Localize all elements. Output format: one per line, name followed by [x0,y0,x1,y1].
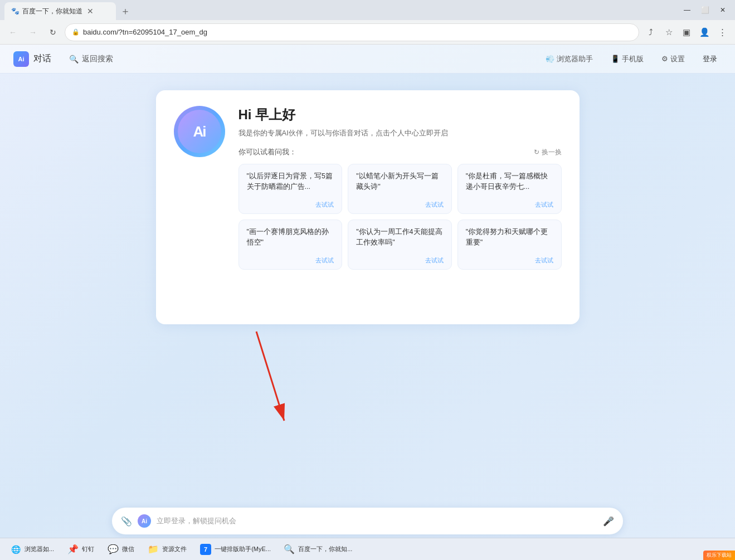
input-placeholder[interactable]: 立即登录，解锁提问机会 [157,516,597,526]
mobile-icon: 📱 [611,55,620,63]
prompt-btn-1[interactable]: 去试试 [356,201,444,209]
lock-icon: 🔒 [72,28,80,36]
prompt-btn-5[interactable]: 去试试 [466,256,553,265]
settings-label: 设置 [670,54,685,64]
bottom-area: 📎 Ai 立即登录，解锁提问机会 🎤 [0,504,735,538]
prompt-grid: "以后羿逐日为背景，写5篇关于防晒霜的广告... 去试试 "以蜡笔小新为开头写一… [238,164,562,270]
taskbar-icon-4: 7 [200,544,211,555]
corner-badge: 权乐下载站 [703,551,735,560]
input-ai-icon[interactable]: Ai [138,514,151,528]
prompt-btn-3[interactable]: 去试试 [247,256,334,265]
page-content: Ai 对话 🔍 返回搜索 💨 浏览器助手 📱 手机版 ⚙ 设置 登录 [0,45,735,538]
tab-close-button[interactable]: ✕ [87,7,94,16]
ai-logo-icon: Ai [13,51,29,67]
mobile-button[interactable]: 📱 手机版 [606,52,648,66]
refresh-button[interactable]: ↻ 换一换 [534,148,562,157]
prompt-text-2: "你是杜甫，写一篇感概快递小哥日夜辛劳七... [466,171,553,197]
ai-prompt-label-row: 你可以试着问我： ↻ 换一换 [238,147,562,157]
prompt-card-5[interactable]: "你觉得努力和天赋哪个更重要" 去试试 [457,220,562,270]
taskbar-icon-2: 💬 [108,544,119,555]
browser-titlebar: 🐾 百度一下，你就知道 ✕ ＋ — ⬜ ✕ [0,0,735,20]
taskbar-item-0[interactable]: 🌐 浏览器如... [4,540,60,558]
browser-toolbar: ← → ↻ 🔒 baidu.com/?tn=62095104_17_oem_dg… [0,20,735,45]
prompt-btn-4[interactable]: 去试试 [356,256,444,265]
site-nav: Ai 对话 🔍 返回搜索 💨 浏览器助手 📱 手机版 ⚙ 设置 登录 [0,45,735,74]
prompt-text-0: "以后羿逐日为背景，写5篇关于防晒霜的广告... [247,171,334,197]
taskbar-item-2[interactable]: 💬 微信 [102,540,140,558]
taskbar-item-1[interactable]: 📌 钉钉 [62,540,100,558]
ai-avatar-inner: Ai [178,110,221,153]
reload-button[interactable]: ↻ [45,24,61,41]
prompt-card-3[interactable]: "画一个赛博朋克风格的孙悟空" 去试试 [238,220,343,270]
ai-avatar-text: Ai [193,123,206,140]
prompt-card-1[interactable]: "以蜡笔小新为开头写一篇藏头诗" 去试试 [348,164,452,214]
ai-greeting: Hi 早上好 [238,106,562,124]
settings-button[interactable]: ⚙ 设置 [657,52,689,66]
settings-icon: ⚙ [661,55,668,63]
prompt-card-0[interactable]: "以后羿逐日为背景，写5篇关于防晒霜的广告... 去试试 [238,164,343,214]
maximize-button[interactable]: ⬜ [697,2,713,18]
taskbar-label-4: 一键排版助手(MyE... [215,545,270,553]
taskbar-item-4[interactable]: 7 一键排版助手(MyE... [194,540,276,558]
bookmark-icon[interactable]: ☆ [660,24,677,41]
taskbar-label-1: 钉钉 [82,545,94,553]
prompt-btn-0[interactable]: 去试试 [247,201,334,209]
prompt-card-4[interactable]: "你认为一周工作4天能提高工作效率吗" 去试试 [348,220,452,270]
prompt-btn-2[interactable]: 去试试 [466,201,553,209]
taskbar-icon-0: 🌐 [10,544,21,555]
nav-right: 💨 浏览器助手 📱 手机版 ⚙ 设置 登录 [541,52,722,66]
refresh-label: 换一换 [542,148,562,157]
taskbar-item-3[interactable]: 📁 资源文件 [142,540,192,558]
search-back-button[interactable]: 🔍 返回搜索 [62,51,120,67]
svg-line-1 [256,332,284,421]
main-content: Ai Hi 早上好 我是你的专属AI伙伴，可以与你语音对话，点击个人中心立即开启… [0,74,735,504]
search-icon: 🔍 [69,55,79,64]
forward-button[interactable]: → [25,24,41,41]
taskbar-icon-1: 📌 [67,544,79,555]
prompt-label-text: 你可以试着问我： [238,147,296,157]
active-tab[interactable]: 🐾 百度一下，你就知道 ✕ [4,2,116,20]
browser-helper-label: 浏览器助手 [557,54,593,64]
prompt-text-3: "画一个赛博朋克风格的孙悟空" [247,227,334,253]
ai-card: Ai Hi 早上好 我是你的专属AI伙伴，可以与你语音对话，点击个人中心立即开启… [156,90,580,324]
share-icon[interactable]: ⤴ [642,24,659,41]
taskbar-item-5[interactable]: 🔍 百度一下，你就知... [278,540,358,558]
browser-helper-icon: 💨 [546,55,554,63]
taskbar-label-3: 资源文件 [162,545,187,553]
tab-strip: 🐾 百度一下，你就知道 ✕ ＋ [4,0,133,20]
mobile-label: 手机版 [622,54,644,64]
back-button[interactable]: ← [4,24,21,41]
dialog-label: 对话 [33,53,51,65]
attachment-icon[interactable]: 📎 [121,516,132,527]
toolbar-actions: ⤴ ☆ ▣ 👤 ⋮ [642,24,731,41]
address-bar[interactable]: 🔒 baidu.com/?tn=62095104_17_oem_dg [65,23,639,41]
url-text: baidu.com/?tn=62095104_17_oem_dg [83,28,632,36]
minimize-button[interactable]: — [679,2,695,18]
prompt-text-1: "以蜡笔小新为开头写一篇藏头诗" [356,171,444,197]
close-button[interactable]: ✕ [715,2,731,18]
prompt-card-2[interactable]: "你是杜甫，写一篇感概快递小哥日夜辛劳七... 去试试 [457,164,562,214]
taskbar-icon-3: 📁 [148,544,159,555]
new-tab-button[interactable]: ＋ [118,2,133,20]
ai-subtitle: 我是你的专属AI伙伴，可以与你语音对话，点击个人中心立即开启 [238,128,562,138]
browser-helper-button[interactable]: 💨 浏览器助手 [541,52,597,66]
window-controls: — ⬜ ✕ [679,2,731,18]
nav-logo[interactable]: Ai 对话 [13,51,51,67]
ai-logo-text: Ai [18,56,25,62]
tab-title: 百度一下，你就知道 [22,7,82,16]
taskbar-label-2: 微信 [122,545,134,553]
taskbar: 🌐 浏览器如... 📌 钉钉 💬 微信 📁 资源文件 7 一键排版助手(MyE.… [0,538,735,560]
login-button[interactable]: 登录 [698,52,722,66]
menu-icon[interactable]: ⋮ [714,24,731,41]
mic-icon[interactable]: 🎤 [603,516,614,527]
taskbar-label-0: 浏览器如... [25,545,54,553]
taskbar-icon-5: 🔍 [284,544,295,555]
annotation-arrow [245,326,312,437]
sidebar-icon[interactable]: ▣ [678,24,695,41]
profile-icon[interactable]: 👤 [696,24,713,41]
prompt-text-5: "你觉得努力和天赋哪个更重要" [466,227,553,253]
tab-favicon: 🐾 [11,7,19,15]
refresh-icon: ↻ [534,148,539,156]
ai-content: Hi 早上好 我是你的专属AI伙伴，可以与你语音对话，点击个人中心立即开启 你可… [238,106,562,309]
input-bar: 📎 Ai 立即登录，解锁提问机会 🎤 [111,507,624,535]
